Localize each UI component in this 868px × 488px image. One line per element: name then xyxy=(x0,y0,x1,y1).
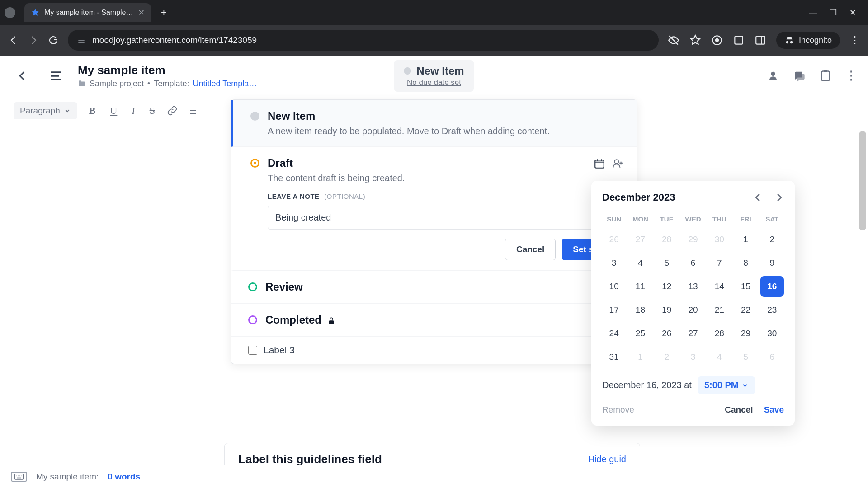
italic-button[interactable]: I xyxy=(129,103,137,118)
calendar-day[interactable]: 8 xyxy=(734,253,757,273)
calendar-day[interactable]: 29 xyxy=(734,323,757,344)
calendar-day[interactable]: 18 xyxy=(628,300,652,320)
maximize-icon[interactable]: ❐ xyxy=(830,8,837,18)
forward-icon[interactable] xyxy=(28,35,39,46)
scrollbar-thumb[interactable] xyxy=(859,131,866,230)
due-date[interactable]: No due date set xyxy=(404,78,464,87)
calendar-day[interactable]: 13 xyxy=(681,276,705,297)
bold-button[interactable]: B xyxy=(86,103,99,118)
calendar-day[interactable]: 30 xyxy=(708,229,731,250)
more-icon[interactable]: ⋮ xyxy=(845,69,857,83)
calendar-day[interactable]: 23 xyxy=(760,300,784,320)
calendar-day[interactable]: 29 xyxy=(681,229,705,250)
calendar-day[interactable]: 19 xyxy=(655,300,679,320)
minimize-icon[interactable]: — xyxy=(809,8,817,18)
workflow-item-completed[interactable]: Completed xyxy=(231,304,637,337)
calendar-day[interactable]: 3 xyxy=(602,253,626,273)
calendar-day[interactable]: 16 xyxy=(760,276,784,297)
datepicker-cancel-button[interactable]: Cancel xyxy=(725,405,753,415)
label3-checkbox[interactable] xyxy=(248,346,257,355)
hide-guidelines-link[interactable]: Hide guid xyxy=(588,454,626,465)
note-input[interactable] xyxy=(268,206,603,230)
calendar-day[interactable]: 17 xyxy=(602,300,626,320)
reload-icon[interactable] xyxy=(48,35,59,46)
eye-off-icon[interactable] xyxy=(668,34,679,46)
calendar-day[interactable]: 26 xyxy=(602,229,626,250)
comments-icon[interactable] xyxy=(793,70,806,82)
paragraph-select[interactable]: Paragraph xyxy=(14,102,77,119)
close-tab-icon[interactable]: ✕ xyxy=(138,8,145,18)
back-button[interactable] xyxy=(11,64,34,88)
calendar-day[interactable]: 7 xyxy=(708,253,731,273)
calendar-day[interactable]: 2 xyxy=(760,229,784,250)
project-name[interactable]: Sample project xyxy=(90,79,144,89)
workflow-item-new[interactable]: New Item A new item ready to be populate… xyxy=(231,100,637,147)
calendar-day[interactable]: 1 xyxy=(734,229,757,250)
strikethrough-button[interactable]: S xyxy=(147,103,158,118)
calendar-day[interactable]: 20 xyxy=(681,300,705,320)
url-input[interactable]: moodjoy.gathercontent.com/item/17423059 xyxy=(68,30,659,51)
label3-row[interactable]: Label 3 xyxy=(231,337,637,364)
list-icon[interactable] xyxy=(187,105,198,116)
calendar-day[interactable]: 27 xyxy=(681,323,705,344)
new-tab-button[interactable]: + xyxy=(155,7,173,19)
calendar-day[interactable]: 4 xyxy=(708,347,731,367)
calendar-icon[interactable] xyxy=(594,158,605,169)
calendar-day[interactable]: 5 xyxy=(655,253,679,273)
calendar-day[interactable]: 2 xyxy=(655,347,679,367)
remove-date-button[interactable]: Remove xyxy=(602,405,634,415)
calendar-day[interactable]: 30 xyxy=(760,323,784,344)
calendar-day[interactable]: 1 xyxy=(628,347,652,367)
extension-icon[interactable] xyxy=(711,34,723,46)
calendar-day[interactable]: 28 xyxy=(708,323,731,344)
kebab-menu-icon[interactable]: ⋮ xyxy=(850,34,860,46)
panel-icon[interactable] xyxy=(755,34,766,46)
link-icon[interactable] xyxy=(167,105,178,116)
workflow-item-review[interactable]: Review xyxy=(231,271,637,304)
calendar-day[interactable]: 24 xyxy=(602,323,626,344)
browser-tab[interactable]: My sample item - Sample proj… ✕ xyxy=(24,3,151,22)
calendar-day[interactable]: 6 xyxy=(681,253,705,273)
assign-person-icon[interactable] xyxy=(612,158,623,169)
calendar-day[interactable]: 11 xyxy=(628,276,652,297)
calendar-day[interactable]: 27 xyxy=(628,229,652,250)
calendar-day[interactable]: 4 xyxy=(628,253,652,273)
profile-circle[interactable] xyxy=(5,7,15,18)
prev-month-icon[interactable] xyxy=(753,192,763,202)
close-window-icon[interactable]: ✕ xyxy=(849,8,856,18)
menu-button[interactable] xyxy=(43,63,69,89)
template-link[interactable]: Untitled Templa… xyxy=(193,79,257,89)
datepicker-save-button[interactable]: Save xyxy=(764,405,784,415)
calendar-day[interactable]: 5 xyxy=(734,347,757,367)
calendar-day[interactable]: 6 xyxy=(760,347,784,367)
calendar-day[interactable]: 26 xyxy=(655,323,679,344)
calendar-day[interactable]: 15 xyxy=(734,276,757,297)
next-month-icon[interactable] xyxy=(774,192,784,202)
calendar-day[interactable]: 22 xyxy=(734,300,757,320)
calendar-day[interactable]: 9 xyxy=(760,253,784,273)
clipboard-icon[interactable] xyxy=(819,70,832,82)
word-count[interactable]: 0 words xyxy=(108,472,140,482)
calendar-day[interactable]: 12 xyxy=(655,276,679,297)
calendar-day[interactable]: 25 xyxy=(628,323,652,344)
calendar-day[interactable]: 31 xyxy=(602,347,626,367)
selected-date: December 16, 2023 at xyxy=(602,380,692,390)
calendar-day[interactable]: 28 xyxy=(655,229,679,250)
incognito-badge[interactable]: Incognito xyxy=(776,32,840,49)
workflow-item-draft[interactable]: Draft The content draft is being created… xyxy=(231,147,637,271)
puzzle-icon[interactable] xyxy=(733,34,745,46)
breadcrumb: Sample project • Template: Untitled Temp… xyxy=(78,79,257,89)
underline-button[interactable]: U xyxy=(107,103,120,118)
person-icon[interactable] xyxy=(767,70,779,82)
calendar-day[interactable]: 21 xyxy=(708,300,731,320)
calendar-day[interactable]: 14 xyxy=(708,276,731,297)
time-select[interactable]: 5:00 PM xyxy=(698,376,755,394)
back-icon[interactable] xyxy=(8,35,19,46)
calendar-day[interactable]: 10 xyxy=(602,276,626,297)
keyboard-icon[interactable] xyxy=(11,472,27,482)
cancel-button[interactable]: Cancel xyxy=(505,239,556,260)
status-pill[interactable]: New Item No due date set xyxy=(394,60,474,92)
site-settings-icon[interactable] xyxy=(77,36,86,45)
bookmark-star-icon[interactable] xyxy=(689,34,701,46)
calendar-day[interactable]: 3 xyxy=(681,347,705,367)
